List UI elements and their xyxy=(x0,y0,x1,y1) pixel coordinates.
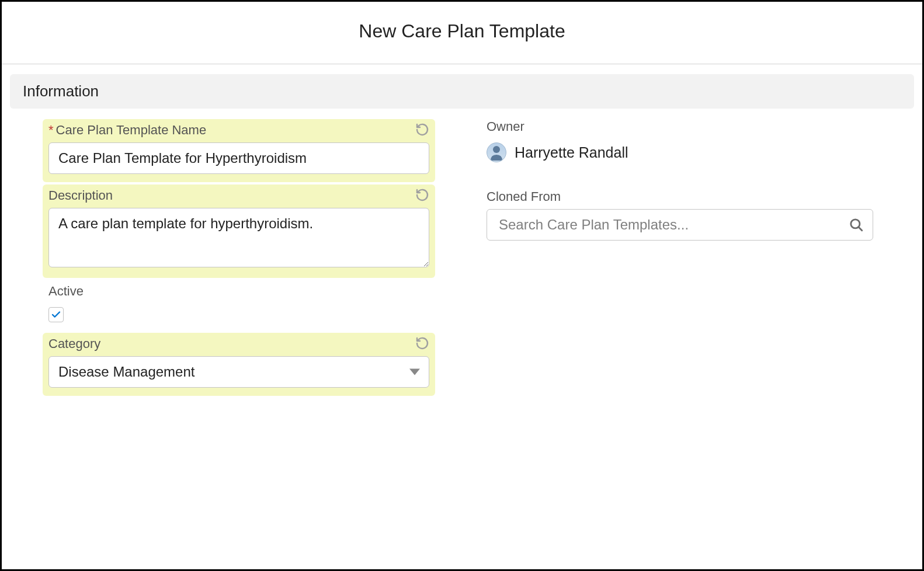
avatar xyxy=(487,142,506,162)
owner-row: Harryette Randall xyxy=(487,142,873,162)
field-description: Description A care plan template for hyp… xyxy=(43,184,435,278)
left-column: *Care Plan Template Name Description A c… xyxy=(10,119,462,398)
svg-point-0 xyxy=(493,146,500,153)
section-header-information: Information xyxy=(10,74,914,109)
field-cloned-from: Cloned From xyxy=(481,189,879,241)
search-icon[interactable] xyxy=(849,217,864,232)
description-input[interactable]: A care plan template for hyperthyroidism… xyxy=(48,208,429,267)
owner-label: Owner xyxy=(487,119,873,139)
active-checkbox[interactable] xyxy=(48,307,64,322)
field-owner: Owner Harryette Randall xyxy=(481,119,879,162)
undo-icon[interactable] xyxy=(415,188,429,202)
active-label: Active xyxy=(48,284,429,299)
category-select[interactable]: Disease Management xyxy=(48,356,429,388)
cloned-from-input[interactable] xyxy=(487,209,873,241)
owner-name: Harryette Randall xyxy=(515,144,628,161)
field-category: Category Disease Management xyxy=(43,333,435,396)
modal-title: New Care Plan Template xyxy=(2,2,922,63)
form-container: *Care Plan Template Name Description A c… xyxy=(2,119,922,398)
svg-line-2 xyxy=(859,227,862,231)
cloned-from-lookup xyxy=(487,209,873,241)
header-divider xyxy=(2,63,922,65)
field-name: *Care Plan Template Name xyxy=(43,119,435,182)
required-star: * xyxy=(48,123,54,137)
category-label: Category xyxy=(48,336,429,351)
right-column: Owner Harryette Randall Cloned From xyxy=(462,119,914,398)
name-label: *Care Plan Template Name xyxy=(48,123,429,138)
category-value: Disease Management xyxy=(48,356,429,388)
field-active: Active xyxy=(43,280,435,330)
undo-icon[interactable] xyxy=(415,336,429,350)
description-label: Description xyxy=(48,188,429,203)
name-input[interactable] xyxy=(48,142,429,174)
name-label-text: Care Plan Template Name xyxy=(56,123,207,137)
check-icon xyxy=(51,309,61,320)
chevron-down-icon xyxy=(409,369,420,375)
undo-icon[interactable] xyxy=(415,123,429,137)
cloned-from-label: Cloned From xyxy=(487,189,873,209)
